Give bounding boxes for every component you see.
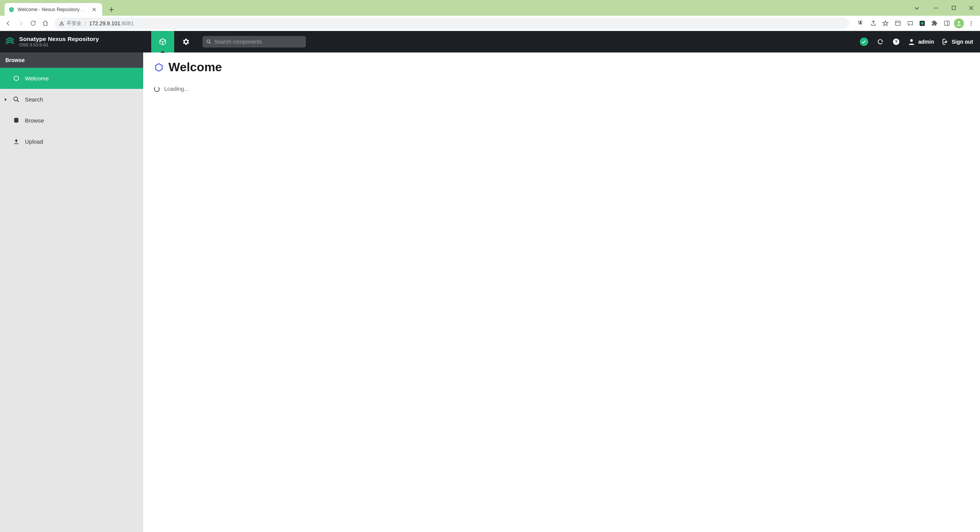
- upload-icon: [13, 138, 20, 145]
- sidebar-header: Browse: [0, 52, 143, 68]
- not-secure-indicator[interactable]: 不安全: [59, 20, 82, 27]
- signout-button[interactable]: Sign out: [941, 38, 973, 46]
- user-label: admin: [918, 39, 934, 45]
- chrome-menu-button[interactable]: [965, 18, 977, 29]
- admin-mode-button[interactable]: [174, 31, 197, 52]
- url-port: :8081: [120, 20, 134, 26]
- svg-point-8: [207, 40, 210, 43]
- sidebar-item-label: Search: [25, 96, 43, 103]
- home-button[interactable]: [40, 18, 51, 29]
- browser-toolbar: 不安全 | 172.29.9.101:8081: [0, 16, 980, 31]
- svg-rect-0: [952, 6, 956, 10]
- share-icon[interactable]: [867, 18, 879, 29]
- url-host: 172.29.9.101: [89, 20, 121, 26]
- search-input[interactable]: [214, 39, 302, 45]
- maximize-button[interactable]: [945, 0, 962, 16]
- signout-icon: [941, 38, 949, 46]
- refresh-icon: [876, 38, 884, 46]
- browser-tab-title: Welcome - Nexus Repository Manager: [18, 7, 88, 12]
- tab-search-button[interactable]: [910, 0, 923, 16]
- svg-point-12: [14, 97, 18, 101]
- user-icon: [908, 38, 915, 46]
- database-icon: [13, 117, 20, 124]
- minimize-button[interactable]: [927, 0, 945, 16]
- reload-button[interactable]: [28, 18, 38, 29]
- profile-avatar-icon: [954, 18, 964, 28]
- sidebar-item-welcome[interactable]: Welcome: [0, 68, 143, 89]
- hexagon-icon: [154, 62, 164, 72]
- bookmark-icon[interactable]: [880, 18, 891, 29]
- svg-point-13: [14, 118, 18, 119]
- cube-icon: [158, 38, 167, 46]
- app-body: Browse Welcome Search Browse: [0, 52, 980, 532]
- spinner-icon: [154, 86, 160, 92]
- brand-subtitle: OSS 3.53.0-01: [19, 43, 99, 47]
- translate-icon[interactable]: [855, 18, 867, 29]
- svg-text:?: ?: [895, 39, 897, 44]
- forward-button[interactable]: [15, 18, 26, 29]
- extensions-icon[interactable]: [929, 18, 940, 29]
- page-title-row: Welcome: [154, 60, 969, 74]
- back-button[interactable]: [3, 18, 14, 29]
- help-icon: ?: [892, 38, 900, 46]
- sidebar-item-search[interactable]: Search: [0, 89, 143, 110]
- svg-point-11: [910, 39, 913, 42]
- loading-text: Loading...: [164, 86, 189, 92]
- search-icon: [206, 39, 211, 44]
- svg-point-5: [971, 21, 972, 22]
- profile-button[interactable]: [953, 18, 965, 29]
- browser-tab-active[interactable]: Welcome - Nexus Repository Manager: [5, 3, 102, 16]
- new-tab-button[interactable]: [106, 4, 117, 15]
- security-label: 不安全: [67, 20, 82, 27]
- main-content: Welcome Loading...: [143, 52, 980, 532]
- app-header: Sonatype Nexus Repository OSS 3.53.0-01: [0, 31, 980, 52]
- hexagon-outline-icon: [13, 75, 20, 82]
- cast-icon[interactable]: [904, 18, 916, 29]
- header-right: ? admin Sign out: [859, 37, 980, 46]
- sidebar-item-browse[interactable]: Browse: [0, 110, 143, 131]
- user-menu[interactable]: admin: [908, 38, 934, 46]
- sonatype-logo-icon: [5, 36, 15, 47]
- sidebar-item-upload[interactable]: Upload: [0, 131, 143, 152]
- warning-icon: [59, 21, 64, 26]
- brand-block[interactable]: Sonatype Nexus Repository OSS 3.53.0-01: [0, 36, 151, 47]
- refresh-button[interactable]: [875, 37, 885, 46]
- sidebar-item-label: Welcome: [25, 75, 49, 82]
- status-ok-button[interactable]: [859, 37, 869, 46]
- nexus-app: Sonatype Nexus Repository OSS 3.53.0-01: [0, 31, 980, 532]
- brand-title: Sonatype Nexus Repository: [19, 36, 99, 43]
- sidebar-item-label: Browse: [25, 117, 44, 124]
- signout-label: Sign out: [952, 39, 973, 45]
- page-title: Welcome: [168, 60, 222, 74]
- loading-indicator: Loading...: [154, 86, 969, 92]
- address-bar[interactable]: 不安全 | 172.29.9.101:8081: [54, 18, 849, 29]
- gear-icon: [181, 38, 190, 46]
- svg-rect-1: [895, 21, 900, 25]
- help-button[interactable]: ?: [892, 37, 901, 46]
- sidebar-item-label: Upload: [25, 138, 43, 145]
- extension-icon-1[interactable]: [916, 18, 928, 29]
- window-controls: [910, 0, 980, 16]
- svg-point-6: [971, 23, 972, 24]
- side-panel-icon[interactable]: [941, 18, 952, 29]
- search-icon: [13, 96, 20, 103]
- reading-list-icon[interactable]: [892, 18, 903, 29]
- check-circle-icon: [860, 38, 868, 46]
- tab-favicon-icon: [8, 7, 15, 13]
- tab-close-icon[interactable]: [91, 7, 97, 12]
- sidebar: Browse Welcome Search Browse: [0, 52, 143, 532]
- svg-rect-3: [944, 21, 949, 25]
- header-search[interactable]: [203, 36, 306, 47]
- omnibox-separator: |: [85, 20, 86, 26]
- url-text: 172.29.9.101:8081: [89, 20, 134, 26]
- svg-point-4: [958, 21, 960, 23]
- expand-icon[interactable]: [4, 98, 8, 101]
- browse-mode-button[interactable]: [151, 31, 174, 52]
- chrome-tab-strip: Welcome - Nexus Repository Manager: [0, 0, 980, 16]
- svg-point-7: [971, 25, 972, 26]
- browser-actions: [855, 18, 977, 29]
- close-window-button[interactable]: [962, 0, 980, 16]
